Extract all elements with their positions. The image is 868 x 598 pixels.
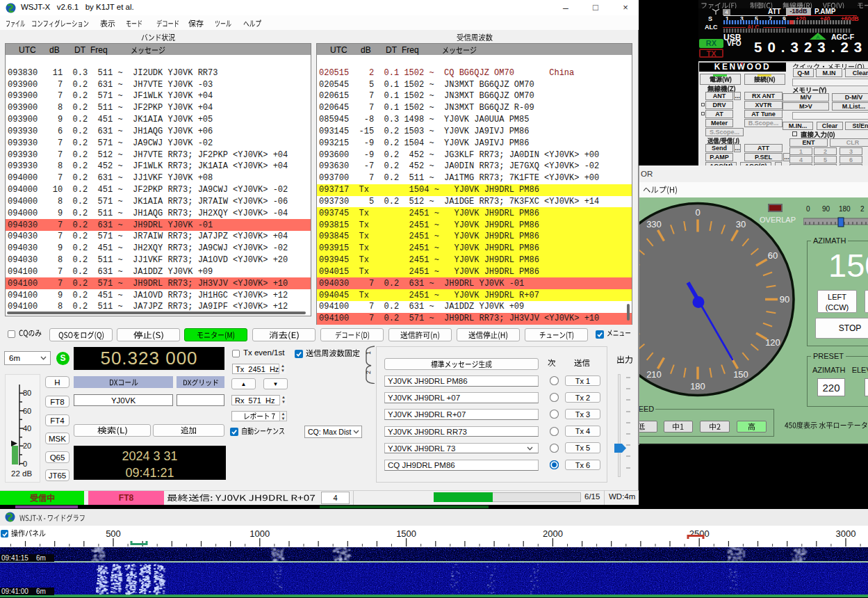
svg-text:180: 180	[690, 381, 705, 391]
svg-text:0: 0	[695, 207, 700, 218]
svg-text:2: 2	[365, 371, 372, 374]
svg-text:1000: 1000	[249, 528, 270, 539]
svg-text:150: 150	[733, 369, 748, 380]
svg-text:120: 120	[765, 337, 780, 348]
svg-text:09:41:00: 09:41:00	[1, 588, 28, 595]
svg-text:1: 1	[365, 351, 372, 355]
svg-text:60: 60	[768, 250, 778, 261]
svg-text:6m: 6m	[36, 554, 46, 562]
svg-text:6m: 6m	[36, 588, 46, 595]
svg-text:09:41:15: 09:41:15	[1, 554, 28, 562]
svg-text:90: 90	[780, 294, 789, 305]
svg-text:330: 330	[646, 219, 662, 229]
svg-text:3000: 3000	[836, 528, 856, 539]
svg-text:500: 500	[106, 528, 121, 539]
svg-text:2000: 2000	[543, 528, 563, 539]
svg-text:210: 210	[646, 369, 662, 380]
svg-text:30: 30	[736, 219, 746, 229]
svg-text:2500: 2500	[689, 528, 710, 539]
svg-text:1500: 1500	[396, 528, 416, 539]
